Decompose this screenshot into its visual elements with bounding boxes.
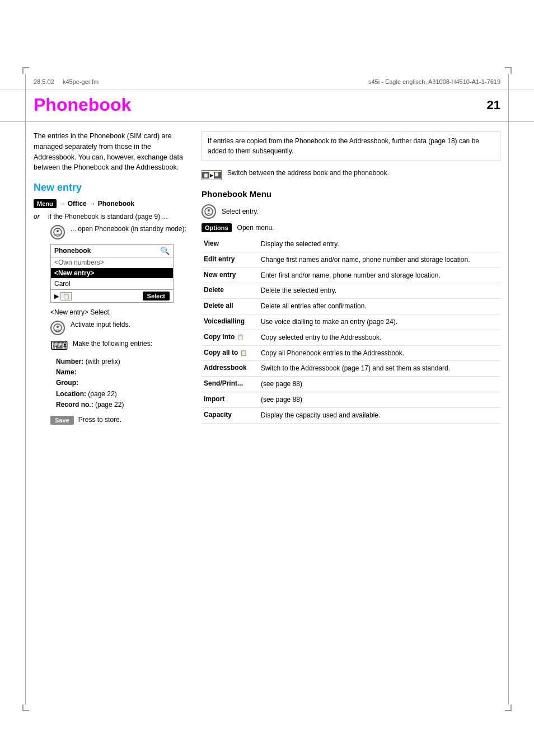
- menu-button-label: Menu: [34, 199, 57, 208]
- corner-tr: [505, 67, 512, 74]
- standby-text: if the Phonebook is standard (page 9) ..…: [48, 213, 167, 220]
- entry-record-no: Record no.: (page 22): [56, 400, 190, 410]
- menu-item-label: Send/Print...: [202, 377, 259, 392]
- keypad-row: ⌨ Make the following entries:: [50, 340, 190, 353]
- menu-item-label: Addressbook: [202, 361, 259, 377]
- menu-item-desc: Copy all Phonebook entries to the Addres…: [259, 345, 500, 361]
- left-column: The entries in the Phonebook (SIM card) …: [34, 131, 190, 428]
- open-phonebook-text: ... open Phonebook (in standby mode):: [71, 225, 186, 233]
- book-left-icon: 📋: [202, 172, 209, 179]
- menu-table-row: ViewDisplay the selected entry.: [202, 237, 500, 252]
- info-box: If entries are copied from the Phonebook…: [202, 131, 500, 161]
- save-button[interactable]: Save: [50, 416, 74, 425]
- nav-phonebook: Phonebook: [98, 200, 134, 208]
- make-following-text: Make the following entries:: [73, 340, 152, 348]
- entry-location: Location: (page 22): [56, 389, 190, 400]
- open-phonebook-row: ... open Phonebook (in standby mode):: [34, 225, 190, 240]
- search-icon: 🔍: [160, 246, 170, 255]
- open-menu-text: Open menu.: [237, 224, 274, 232]
- intro-paragraph: The entries in the Phonebook (SIM card) …: [34, 131, 190, 173]
- nav-office: Office: [68, 200, 87, 208]
- pb-title: Phonebook: [54, 247, 91, 255]
- menu-table-row: Copy into 📋Copy selected entry to the Ad…: [202, 330, 500, 345]
- select-entry-row: Select entry.: [202, 204, 500, 219]
- or-label: or: [34, 213, 44, 220]
- options-button[interactable]: Options: [202, 223, 232, 232]
- copy-icon: 📋: [240, 350, 247, 356]
- svg-point-3: [57, 326, 59, 328]
- page-title: Phonebook: [34, 95, 131, 115]
- menu-item-desc: (see page 88): [259, 377, 500, 392]
- svg-point-5: [208, 209, 210, 212]
- new-entry-select-step: <New entry> Select.: [34, 307, 190, 317]
- new-entry-heading: New entry: [34, 182, 190, 194]
- pb-item-new-entry[interactable]: <New entry>: [51, 268, 173, 279]
- save-row: Save Press to store.: [50, 416, 190, 425]
- switch-arrow-icon: ▶: [210, 173, 213, 178]
- menu-table-row: AddressbookSwitch to the Addressbook (pa…: [202, 361, 500, 377]
- menu-item-label: Voicedialling: [202, 314, 259, 330]
- pb-footer: ▶ 📋 Select: [51, 289, 173, 302]
- book-right-icon: 📋: [214, 172, 221, 179]
- side-bar-right: [508, 74, 509, 705]
- menu-item-desc: Enter first and/or name, phone number an…: [259, 267, 500, 283]
- select-button[interactable]: Select: [143, 292, 170, 300]
- menu-table-row: Edit entryChange first names and/or name…: [202, 252, 500, 267]
- entry-group: Group:: [56, 378, 190, 388]
- switch-text: Switch between the address book and the …: [227, 169, 389, 177]
- copy-icon: 📋: [237, 334, 243, 340]
- switch-row: 📋 ▶ 📋 Switch between the address book an…: [202, 169, 500, 180]
- menu-item-label: Capacity: [202, 407, 259, 423]
- menu-item-desc: Switch to the Addressbook (page 17) and …: [259, 361, 500, 377]
- arrow-2: →: [89, 200, 96, 208]
- menu-item-desc: Change first names and/or name, phone nu…: [259, 252, 500, 267]
- pb-item-carol[interactable]: Carol: [51, 279, 173, 289]
- menu-item-label: Delete all: [202, 299, 259, 314]
- menu-item-desc: Display the capacity used and available.: [259, 407, 500, 423]
- pb-item-own-numbers[interactable]: <Own numbers>: [51, 257, 173, 268]
- page-container: 28.5.02 k45pe-ger.fm s45i - Eagle englis…: [0, 0, 534, 756]
- meta-date-file: 28.5.02 k45pe-ger.fm: [34, 78, 99, 85]
- corner-bl: [22, 705, 29, 711]
- pb-header: Phonebook 🔍: [51, 245, 173, 257]
- menu-item-label: Copy all to 📋: [202, 345, 259, 361]
- page-header: Phonebook 21: [0, 90, 534, 122]
- meta-model: s45i - Eagle englisch, A31008-H4510-A1-1…: [368, 78, 500, 85]
- meta-bar: 28.5.02 k45pe-ger.fm s45i - Eagle englis…: [0, 0, 534, 90]
- phonebook-display: Phonebook 🔍 <Own numbers> <New entry> Ca…: [50, 244, 174, 303]
- keypad-icon: ⌨: [50, 339, 68, 353]
- corner-br: [505, 705, 512, 711]
- activate-row: Activate input fields.: [34, 321, 190, 335]
- phonebook-menu-table: ViewDisplay the selected entry.Edit entr…: [202, 237, 500, 424]
- menu-table-row: Copy all to 📋Copy all Phonebook entries …: [202, 345, 500, 361]
- nav-path: Menu → Office → Phonebook: [34, 199, 190, 208]
- phonebook-menu-heading: Phonebook Menu: [202, 189, 500, 199]
- select-circle-icon: [202, 204, 216, 219]
- triangle-icon: ▶: [54, 293, 59, 300]
- pb-footer-icons: ▶ 📋: [54, 292, 72, 300]
- page-number: 21: [487, 98, 500, 112]
- menu-item-desc: Display the selected entry.: [259, 237, 500, 252]
- main-content: The entries in the Phonebook (SIM card) …: [0, 122, 534, 437]
- menu-item-desc: Copy selected entry to the Addressbook.: [259, 330, 500, 345]
- switch-icon: 📋 ▶ 📋: [202, 170, 222, 180]
- or-line: or if the Phonebook is standard (page 9)…: [34, 213, 190, 220]
- side-bar-left: [25, 74, 26, 705]
- info-box-text: If entries are copied from the Phonebook…: [208, 137, 479, 155]
- menu-table-row: DeleteDelete the selected entry.: [202, 283, 500, 299]
- corner-tl: [22, 67, 29, 74]
- menu-item-desc: Use voice dialling to make an entry (pag…: [259, 314, 500, 330]
- menu-table-row: Import(see page 88): [202, 392, 500, 407]
- menu-table-row: Send/Print...(see page 88): [202, 377, 500, 392]
- right-column: If entries are copied from the Phonebook…: [202, 131, 500, 428]
- save-text: Press to store.: [78, 416, 121, 424]
- arrow-1: →: [59, 200, 65, 208]
- menu-item-desc: Delete the selected entry.: [259, 283, 500, 299]
- select-entry-text: Select entry.: [222, 208, 259, 215]
- activate-circle-icon: [50, 321, 65, 335]
- menu-table-row: Delete allDelete all entries after confi…: [202, 299, 500, 314]
- book-icons: 📋: [60, 292, 72, 300]
- menu-item-label: View: [202, 237, 259, 252]
- svg-point-1: [57, 230, 59, 232]
- menu-item-label: New entry: [202, 267, 259, 283]
